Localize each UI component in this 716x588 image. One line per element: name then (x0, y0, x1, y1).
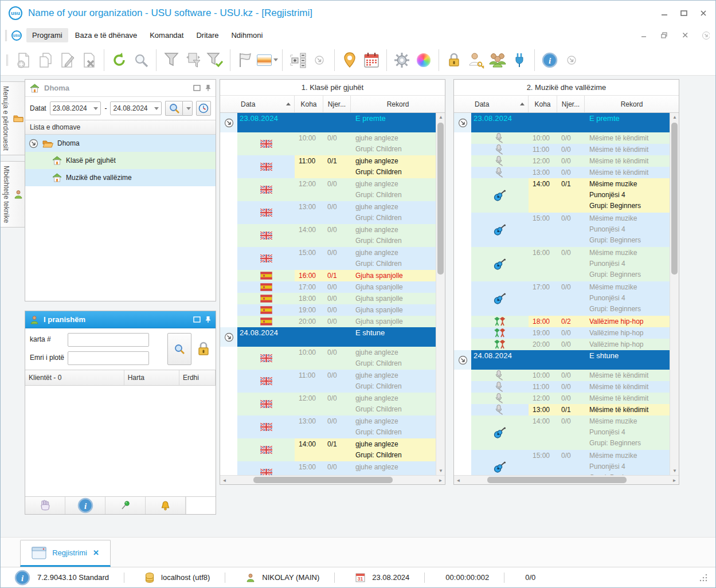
refresh-button[interactable] (108, 49, 130, 72)
schedule-row[interactable]: 20:000/0Gjuha spanjolle (220, 316, 436, 327)
schedule-row[interactable]: 12:000/0Mësime të këndimit (454, 155, 670, 167)
toolbar-grip[interactable] (6, 54, 8, 66)
clients-column-header-3[interactable]: Erdhi (179, 370, 216, 385)
card-number-input[interactable] (68, 333, 149, 347)
schedule-row[interactable]: 10:000/0Mësime të këndimit (454, 370, 670, 381)
expand-day-icon[interactable] (458, 355, 468, 365)
minimize-icon[interactable] (660, 10, 668, 17)
zoom-tools-button[interactable] (287, 49, 308, 72)
dock-tab-2[interactable]: Mbështetje teknike (1, 161, 26, 228)
date-band-row[interactable]: 23.08.2024E premte (220, 113, 436, 132)
expand-day-icon[interactable] (458, 118, 468, 128)
vertical-scrollbar[interactable]: ▲▼ (670, 113, 679, 475)
tree-item-3[interactable]: Muzikë dhe vallëzime (25, 169, 216, 186)
schedule-row[interactable]: 14:000/0Mësime muzikePunonjësi 4Grupi: B… (454, 415, 670, 450)
date-band-row[interactable]: 23.08.2024E premte (454, 113, 670, 132)
date-to-dropdown[interactable]: 24.08.2024 (110, 101, 162, 115)
collapse-icon[interactable] (29, 139, 38, 148)
time-button[interactable] (196, 101, 211, 116)
schedule-row[interactable]: 12:000/0gjuhe anglezeGrupi: Children (220, 178, 436, 201)
date-band-row[interactable]: 24.08.2024E shtune (454, 350, 670, 370)
schedule-row[interactable]: 17:000/0Mësime muzikePunonjësi 4Grupi: B… (454, 281, 670, 316)
clients-column-header-2[interactable]: Harta (124, 370, 179, 385)
schedule-row[interactable]: 15:000/0Mësime muzikePunonjësi 4Grupi: B… (454, 213, 670, 247)
column-header-koha[interactable]: Koha (295, 96, 323, 112)
tree-item-1[interactable]: Dhoma (25, 135, 216, 152)
dock-tab-1[interactable]: Menuja e përdoruesit (1, 81, 26, 155)
new-doc-button[interactable] (13, 49, 34, 72)
map-pin-button[interactable] (339, 49, 361, 72)
search-rooms-button[interactable] (165, 101, 182, 116)
mdi-restore-icon[interactable] (660, 32, 668, 39)
column-header-koha[interactable]: Koha (529, 96, 557, 112)
schedule-row[interactable]: 19:000/0Gjuha spanjolle (220, 304, 436, 316)
schedule-row[interactable]: 13:000/1Mësime të këndimit (454, 404, 670, 415)
menu-item-5[interactable]: Ndihmoni (225, 28, 268, 42)
schedule-row[interactable]: 20:000/0Vallëzime hip-hop (454, 339, 670, 350)
footer-input-box[interactable] (186, 497, 216, 514)
search-options-button[interactable] (182, 101, 193, 116)
image-preview-button[interactable] (256, 49, 278, 72)
float-panel-icon[interactable] (193, 85, 201, 91)
copy-doc-button[interactable] (34, 49, 56, 72)
filter-button[interactable] (161, 49, 182, 72)
toolbar-grip[interactable] (5, 30, 7, 41)
date-from-dropdown[interactable]: 23.08.2024 (50, 101, 101, 115)
resize-grip[interactable] (699, 574, 707, 582)
tab-close-icon[interactable]: ✕ (93, 548, 99, 557)
close-icon[interactable] (699, 10, 707, 17)
settings-gear-button[interactable] (391, 49, 413, 72)
flag-button[interactable] (234, 49, 256, 72)
tree-item-2[interactable]: Klasë për gjuhët (25, 152, 216, 169)
schedule-row[interactable]: 11:000/0Mësime të këndimit (454, 144, 670, 155)
schedule-row[interactable]: 15:000/0Mësime muzikePunonjësi 4Grupi: B… (454, 450, 670, 475)
menu-item-4[interactable]: Dritare (190, 28, 224, 42)
delete-doc-button[interactable] (78, 49, 100, 72)
schedule-row[interactable]: 11:000/1gjuhe anglezeGrupi: Children (220, 155, 436, 178)
calendar-button[interactable] (361, 49, 382, 72)
schedule-row[interactable]: 15:000/0gjuhe anglezeGrupi: Children (220, 247, 436, 270)
schedule-row[interactable]: 13:000/0Mësime të këndimit (454, 167, 670, 178)
info-button[interactable]: i (539, 49, 561, 72)
filter-range-button[interactable] (182, 49, 204, 72)
edit-doc-button[interactable] (56, 49, 78, 72)
column-header-rekord[interactable]: Rekord (351, 96, 445, 112)
clients-table-body[interactable] (25, 386, 216, 496)
overflow-button[interactable] (308, 49, 330, 72)
search-button[interactable] (130, 49, 152, 72)
schedule-row[interactable]: 13:000/0gjuhe anglezeGrupi: Children (220, 415, 436, 438)
schedule-row[interactable]: 11:000/0Mësime të këndimit (454, 381, 670, 393)
pin-panel-icon[interactable] (205, 316, 211, 323)
user-key-button[interactable] (465, 49, 487, 72)
schedule-row[interactable]: 13:000/0gjuhe anglezeGrupi: Children (220, 201, 436, 224)
schedule-row[interactable]: 18:000/0Gjuha spanjolle (220, 293, 436, 304)
schedule-row[interactable]: 17:000/0Gjuha spanjolle (220, 281, 436, 293)
schedule-row[interactable]: 14:000/0gjuhe anglezeGrupi: Children (220, 224, 436, 247)
vertical-scrollbar[interactable]: ▲▼ (436, 113, 445, 475)
schedule-row[interactable]: 16:000/1Gjuha spanjolle (220, 270, 436, 281)
tab-regjistrimi[interactable]: Regjistrimi ✕ (20, 540, 111, 567)
clients-column-header-1[interactable]: Klientët - 0 (25, 370, 124, 385)
mdi-minimize-icon[interactable] (640, 32, 648, 39)
power-plug-button[interactable] (508, 49, 530, 72)
bell-button[interactable] (146, 497, 186, 514)
horizontal-scrollbar[interactable]: ◄► (220, 475, 445, 484)
float-panel-icon[interactable] (193, 316, 201, 323)
room-list-header[interactable]: Lista e dhomave (25, 120, 216, 135)
horizontal-scrollbar[interactable]: ◄► (454, 475, 679, 484)
schedule-row[interactable]: 14:000/1gjuhe anglezeGrupi: Children (220, 438, 436, 461)
schedule-row[interactable]: 12:000/0Mësime të këndimit (454, 393, 670, 404)
column-header-data[interactable]: Data (471, 96, 529, 112)
menu-item-3[interactable]: Komandat (144, 28, 189, 42)
pushpin-button[interactable] (105, 497, 146, 514)
overflow-button[interactable] (561, 49, 582, 72)
schedule-row[interactable]: 11:000/0gjuhe anglezeGrupi: Children (220, 370, 436, 393)
pin-panel-icon[interactable] (205, 84, 211, 92)
schedule-row[interactable]: 10:000/0Mësime të këndimit (454, 132, 670, 144)
schedule-row[interactable]: 14:000/1Mësime muzikePunonjësi 4Grupi: B… (454, 178, 670, 213)
menu-item-2[interactable]: Baza e të dhënave (69, 28, 143, 42)
color-wheel-button[interactable] (413, 49, 435, 72)
schedule-row[interactable]: 10:000/0gjuhe anglezeGrupi: Children (220, 132, 436, 155)
info-button[interactable]: i (65, 497, 105, 514)
schedule-row[interactable]: 19:000/0Vallëzime hip-hop (454, 327, 670, 339)
